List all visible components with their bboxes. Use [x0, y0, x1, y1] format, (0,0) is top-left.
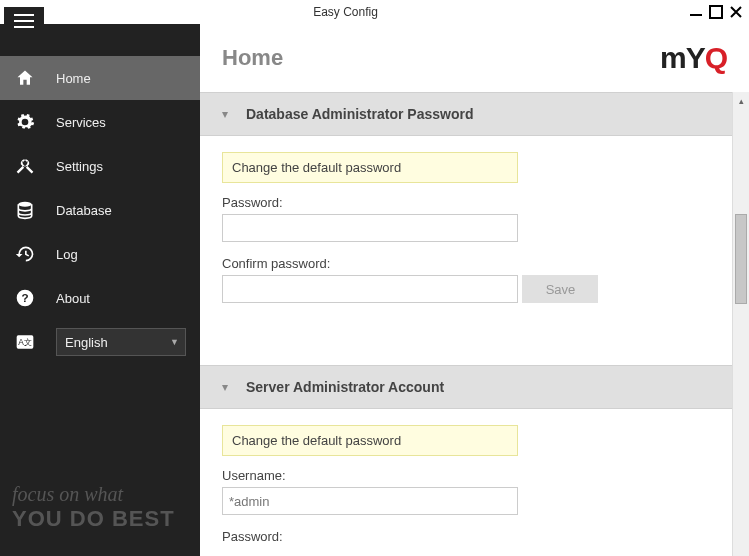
language-select[interactable]: English ▼ — [56, 328, 186, 356]
sidebar-item-log[interactable]: Log — [0, 232, 200, 276]
titlebar: Easy Config — [0, 0, 749, 24]
server-username-input[interactable] — [222, 487, 518, 515]
save-button[interactable]: Save — [522, 275, 598, 303]
sidebar: Home Services Settings Database Log ? Ab… — [0, 24, 200, 556]
username-label: Username: — [222, 468, 710, 483]
hamburger-menu-button[interactable] — [4, 7, 44, 35]
tagline: focus on what YOU DO BEST — [0, 469, 200, 556]
sidebar-item-services[interactable]: Services — [0, 100, 200, 144]
password-label: Password: — [222, 195, 710, 210]
scroll-thumb[interactable] — [735, 214, 747, 304]
confirm-password-label: Confirm password: — [222, 256, 710, 271]
sidebar-item-label: Settings — [56, 159, 103, 174]
scroll-up-icon[interactable]: ▴ — [733, 92, 749, 109]
svg-text:A文: A文 — [18, 337, 32, 347]
minimize-button[interactable] — [687, 3, 705, 21]
section-title: Server Administrator Account — [246, 379, 444, 395]
main-panel: Home mYQ ▾ Database Administrator Passwo… — [200, 24, 749, 556]
logo: mYQ — [660, 41, 727, 75]
db-password-input[interactable] — [222, 214, 518, 242]
db-confirm-password-input[interactable] — [222, 275, 518, 303]
section-title: Database Administrator Password — [246, 106, 473, 122]
tools-icon — [14, 155, 36, 177]
sidebar-item-database[interactable]: Database — [0, 188, 200, 232]
page-title: Home — [222, 45, 660, 71]
language-icon: A文 — [14, 331, 36, 353]
sidebar-item-label: Services — [56, 115, 106, 130]
hint-banner: Change the default password — [222, 425, 518, 456]
database-icon — [14, 199, 36, 221]
password-label: Password: — [222, 529, 710, 544]
svg-rect-1 — [710, 6, 722, 18]
section-header-server-admin[interactable]: ▾ Server Administrator Account — [200, 365, 732, 409]
chevron-down-icon: ▼ — [170, 337, 179, 347]
hint-banner: Change the default password — [222, 152, 518, 183]
sidebar-item-about[interactable]: ? About — [0, 276, 200, 320]
chevron-down-icon: ▾ — [222, 107, 228, 121]
close-button[interactable] — [727, 3, 745, 21]
chevron-down-icon: ▾ — [222, 380, 228, 394]
home-icon — [14, 67, 36, 89]
section-header-db-admin[interactable]: ▾ Database Administrator Password — [200, 92, 732, 136]
svg-rect-0 — [690, 14, 702, 16]
language-value: English — [65, 335, 108, 350]
svg-text:?: ? — [21, 291, 28, 304]
window-title: Easy Config — [4, 5, 687, 19]
content-area: ▾ Database Administrator Password Change… — [200, 92, 732, 556]
help-icon: ? — [14, 287, 36, 309]
sidebar-item-label: About — [56, 291, 90, 306]
sidebar-item-label: Log — [56, 247, 78, 262]
sidebar-item-settings[interactable]: Settings — [0, 144, 200, 188]
sidebar-item-home[interactable]: Home — [0, 56, 200, 100]
sidebar-item-label: Database — [56, 203, 112, 218]
sidebar-item-label: Home — [56, 71, 91, 86]
gear-icon — [14, 111, 36, 133]
maximize-button[interactable] — [707, 3, 725, 21]
svg-point-2 — [18, 202, 31, 207]
history-icon — [14, 243, 36, 265]
scrollbar[interactable]: ▴ — [732, 92, 749, 556]
